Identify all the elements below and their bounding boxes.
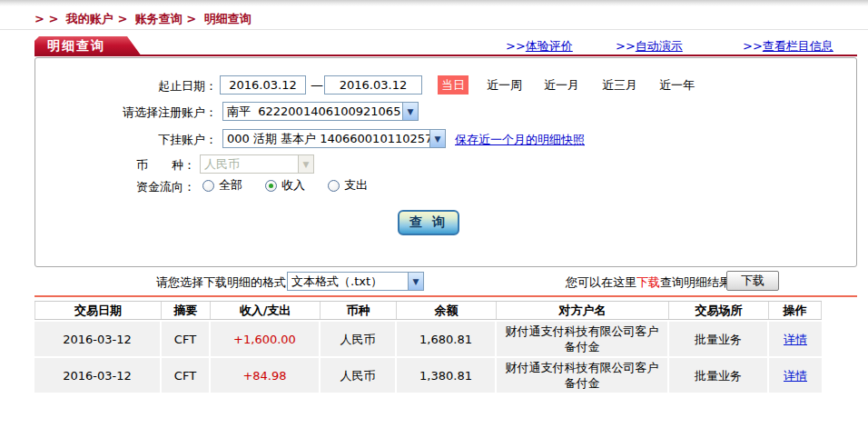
cell-date: 2016-03-12 [35,322,162,356]
range-month-link[interactable]: 近一月 [544,77,579,94]
tab-bottom-rule [35,55,857,56]
link-prefix: >> [506,39,526,53]
download-format-value: 文本格式（.txt） [288,273,408,290]
cell-action: 详情 [769,358,822,393]
table-row: 2016-03-12 CFT +84.98 人民币 1,380.81 财付通支付… [35,358,822,393]
query-form-panel: 起止日期： 2016.03.12 — 2016.03.12 当日 近一周 近一月… [35,57,857,267]
breadcrumb: > > 我的账户 > 账务查询 > 明细查询 [35,11,252,27]
cell-venue: 批量业务 [669,322,769,356]
cell-currency: 人民币 [321,322,397,356]
range-week-link[interactable]: 近一周 [487,77,522,94]
breadcrumb-separator: > [117,12,127,25]
header-amount: 收入/支出 [211,302,321,319]
radio-icon [328,180,340,192]
range-today-button[interactable]: 当日 [438,75,469,95]
link-auto-demo[interactable]: >>自动演示 [616,38,683,55]
radio-icon [202,180,214,192]
date-range-dash: — [311,77,323,92]
chevron-down-icon: ▼ [429,130,445,147]
cell-currency: 人民币 [321,358,397,393]
detail-link[interactable]: 详情 [784,332,807,347]
cell-summary: CFT [162,322,211,356]
range-quarter-link[interactable]: 近三月 [602,77,637,94]
flow-option-label: 支出 [344,177,368,194]
registered-account-select[interactable]: 南平 6222001406100921065 灵通卡 ▼ [222,102,419,121]
currency-select: 人民币 ▼ [200,154,314,174]
table-top-separator [35,295,857,297]
flow-option-label: 全部 [219,177,242,194]
chevron-down-icon: ▼ [298,155,313,173]
sub-account-value: 000 活期 基本户 1406600101102571848 [223,130,429,147]
chevron-down-icon: ▼ [408,273,423,290]
table-row: 2016-03-12 CFT +1,600.00 人民币 1,680.81 财付… [35,322,822,356]
radio-icon [265,180,277,192]
fund-flow-options: 全部 收入 支出 [202,177,368,194]
sub-account-select[interactable]: 000 活期 基本户 1406600101102571848 ▼ [222,129,446,148]
date-from-input[interactable]: 2016.03.12 [220,75,306,95]
header-balance: 余额 [397,302,497,319]
breadcrumb-item-detail-query[interactable]: 明细查询 [204,12,252,25]
date-to-input[interactable]: 2016.03.12 [324,75,422,95]
tab-detail-query[interactable]: 明细查询 [35,36,142,56]
cell-balance: 1,380.81 [397,358,497,393]
range-year-link[interactable]: 近一年 [659,77,695,94]
breadcrumb-separator: > [186,12,196,25]
header-venue: 交易场所 [669,302,769,319]
query-button[interactable]: 查 询 [398,210,459,235]
link-prefix: >> [616,39,636,53]
header-counterparty: 对方户名 [497,302,669,319]
currency-value: 人民币 [201,155,298,173]
snapshot-link[interactable]: 保存近一个月的明细快照 [455,132,585,148]
cell-balance: 1,680.81 [397,322,497,356]
download-button[interactable]: 下载 [726,271,779,291]
date-range-label: 起止日期： [35,78,217,95]
cell-amount: +84.98 [211,358,321,393]
download-hint-highlight: 下载 [636,275,660,289]
fund-flow-label: 资金流向： [35,179,195,195]
registered-account-value: 南平 6222001406100921065 灵通卡 [223,103,402,120]
download-hint: 您可以在这里下载查询明细结果 [566,274,731,291]
cell-venue: 批量业务 [669,358,769,393]
flow-option-expense[interactable]: 支出 [328,177,368,194]
cell-action: 详情 [769,322,822,356]
transactions-table: 交易日期 摘要 收入/支出 币种 余额 对方户名 交易场所 操作 2016-03… [35,301,822,393]
cell-amount: +1,600.00 [211,322,321,356]
flow-option-income[interactable]: 收入 [265,177,305,194]
link-label: 体验评价 [526,39,573,53]
flow-option-label: 收入 [281,177,305,194]
breadcrumb-prefix: > > [35,12,58,25]
breadcrumb-item-my-account[interactable]: 我的账户 [66,12,113,25]
detail-link[interactable]: 详情 [784,368,807,383]
flow-option-all[interactable]: 全部 [202,177,242,194]
cell-counterparty: 财付通支付科技有限公司客户备付金 [497,358,669,393]
download-hint-before: 您可以在这里 [566,275,636,289]
cell-date: 2016-03-12 [35,358,162,393]
window-top-edge [0,0,868,6]
breadcrumb-item-account-query[interactable]: 账务查询 [135,12,182,25]
header-action: 操作 [769,302,822,319]
sub-account-label: 下挂账户： [35,132,217,148]
cell-counterparty: 财付通支付科技有限公司客户备付金 [497,322,669,356]
download-format-select[interactable]: 文本格式（.txt） ▼ [287,272,424,291]
link-prefix: >> [743,39,763,53]
header-currency: 币种 [321,302,397,319]
cell-summary: CFT [162,358,211,393]
header-date: 交易日期 [35,302,162,319]
download-format-label: 请您选择下载明细的格式 [35,274,286,291]
currency-label: 币 种： [35,157,195,174]
chevron-down-icon: ▼ [402,103,418,120]
link-label: 查看栏目信息 [763,39,833,53]
header-summary: 摘要 [162,302,211,319]
link-experience-rating[interactable]: >>体验评价 [506,38,573,55]
registered-account-label: 请选择注册账户： [35,105,217,121]
download-hint-after: 查询明细结果 [660,275,731,289]
breadcrumb-divider [0,29,868,30]
link-view-column-info[interactable]: >>查看栏目信息 [743,38,833,55]
link-label: 自动演示 [636,39,683,53]
table-header-row: 交易日期 摘要 收入/支出 币种 余额 对方户名 交易场所 操作 [35,301,822,320]
